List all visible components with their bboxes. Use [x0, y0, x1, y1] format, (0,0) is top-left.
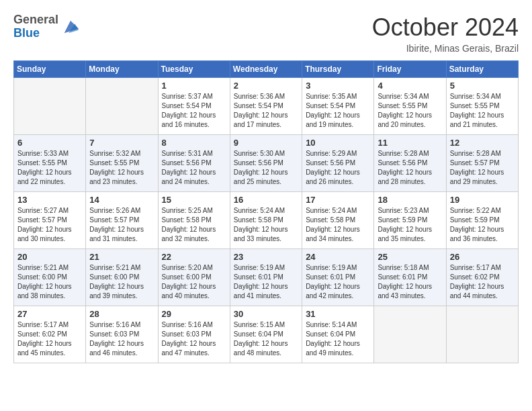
day-info: Sunrise: 5:29 AMSunset: 5:56 PMDaylight:… — [306, 149, 370, 187]
weekday-header: Saturday — [446, 61, 518, 78]
calendar-cell: 19Sunrise: 5:22 AMSunset: 5:59 PMDayligh… — [446, 192, 518, 249]
day-number: 17 — [306, 195, 370, 205]
day-info: Sunrise: 5:17 AMSunset: 6:02 PMDaylight:… — [17, 320, 82, 358]
day-number: 5 — [450, 81, 515, 91]
day-info: Sunrise: 5:31 AMSunset: 5:56 PMDaylight:… — [162, 149, 226, 187]
weekday-header: Monday — [86, 61, 158, 78]
day-info: Sunrise: 5:14 AMSunset: 6:04 PMDaylight:… — [306, 320, 370, 358]
day-number: 11 — [378, 138, 442, 148]
day-number: 8 — [162, 138, 226, 148]
calendar-cell: 14Sunrise: 5:26 AMSunset: 5:57 PMDayligh… — [86, 192, 158, 249]
day-number: 22 — [162, 252, 226, 262]
calendar-cell: 30Sunrise: 5:15 AMSunset: 6:04 PMDayligh… — [230, 306, 302, 363]
calendar-cell — [446, 306, 518, 363]
day-info: Sunrise: 5:22 AMSunset: 5:59 PMDaylight:… — [450, 206, 515, 244]
day-info: Sunrise: 5:37 AMSunset: 5:54 PMDaylight:… — [162, 92, 226, 130]
day-number: 4 — [378, 81, 442, 91]
calendar-cell: 8Sunrise: 5:31 AMSunset: 5:56 PMDaylight… — [158, 135, 230, 192]
logo-text: General Blue — [13, 13, 58, 40]
calendar-cell: 25Sunrise: 5:18 AMSunset: 6:01 PMDayligh… — [374, 249, 446, 306]
day-number: 29 — [162, 309, 226, 319]
day-number: 24 — [306, 252, 370, 262]
title-block: October 2024 Ibirite, Minas Gerais, Braz… — [372, 13, 519, 54]
day-number: 27 — [17, 309, 82, 319]
day-number: 6 — [17, 138, 82, 148]
day-info: Sunrise: 5:25 AMSunset: 5:58 PMDaylight:… — [162, 206, 226, 244]
weekday-header: Tuesday — [158, 61, 230, 78]
calendar-cell: 20Sunrise: 5:21 AMSunset: 6:00 PMDayligh… — [14, 249, 86, 306]
day-info: Sunrise: 5:28 AMSunset: 5:56 PMDaylight:… — [378, 149, 442, 187]
calendar-table: SundayMondayTuesdayWednesdayThursdayFrid… — [13, 60, 519, 363]
day-number: 23 — [234, 252, 298, 262]
month-title: October 2024 — [372, 13, 519, 42]
calendar-cell: 31Sunrise: 5:14 AMSunset: 6:04 PMDayligh… — [302, 306, 374, 363]
calendar-cell: 15Sunrise: 5:25 AMSunset: 5:58 PMDayligh… — [158, 192, 230, 249]
calendar-cell: 18Sunrise: 5:23 AMSunset: 5:59 PMDayligh… — [374, 192, 446, 249]
day-info: Sunrise: 5:24 AMSunset: 5:58 PMDaylight:… — [234, 206, 298, 244]
calendar-week-row: 27Sunrise: 5:17 AMSunset: 6:02 PMDayligh… — [14, 306, 519, 363]
calendar-cell: 13Sunrise: 5:27 AMSunset: 5:57 PMDayligh… — [14, 192, 86, 249]
day-number: 21 — [89, 252, 154, 262]
weekday-header-row: SundayMondayTuesdayWednesdayThursdayFrid… — [14, 61, 519, 78]
day-info: Sunrise: 5:23 AMSunset: 5:59 PMDaylight:… — [378, 206, 442, 244]
day-info: Sunrise: 5:36 AMSunset: 5:54 PMDaylight:… — [234, 92, 298, 130]
day-info: Sunrise: 5:26 AMSunset: 5:57 PMDaylight:… — [89, 206, 154, 244]
calendar-cell: 21Sunrise: 5:21 AMSunset: 6:00 PMDayligh… — [86, 249, 158, 306]
day-number: 9 — [234, 138, 298, 148]
calendar-cell: 26Sunrise: 5:17 AMSunset: 6:02 PMDayligh… — [446, 249, 518, 306]
day-info: Sunrise: 5:33 AMSunset: 5:55 PMDaylight:… — [17, 149, 82, 187]
calendar-cell: 29Sunrise: 5:16 AMSunset: 6:03 PMDayligh… — [158, 306, 230, 363]
calendar-cell — [374, 306, 446, 363]
calendar-cell: 16Sunrise: 5:24 AMSunset: 5:58 PMDayligh… — [230, 192, 302, 249]
day-number: 1 — [162, 81, 226, 91]
day-info: Sunrise: 5:16 AMSunset: 6:03 PMDaylight:… — [162, 320, 226, 358]
weekday-header: Wednesday — [230, 61, 302, 78]
day-info: Sunrise: 5:34 AMSunset: 5:55 PMDaylight:… — [450, 92, 515, 130]
day-number: 2 — [234, 81, 298, 91]
calendar-week-row: 1Sunrise: 5:37 AMSunset: 5:54 PMDaylight… — [14, 78, 519, 135]
calendar-cell: 17Sunrise: 5:24 AMSunset: 5:58 PMDayligh… — [302, 192, 374, 249]
day-info: Sunrise: 5:21 AMSunset: 6:00 PMDaylight:… — [17, 263, 82, 301]
day-info: Sunrise: 5:20 AMSunset: 6:00 PMDaylight:… — [162, 263, 226, 301]
calendar-cell: 4Sunrise: 5:34 AMSunset: 5:55 PMDaylight… — [374, 78, 446, 135]
day-number: 14 — [89, 195, 154, 205]
day-info: Sunrise: 5:21 AMSunset: 6:00 PMDaylight:… — [89, 263, 154, 301]
day-info: Sunrise: 5:27 AMSunset: 5:57 PMDaylight:… — [17, 206, 82, 244]
day-number: 20 — [17, 252, 82, 262]
calendar-cell: 6Sunrise: 5:33 AMSunset: 5:55 PMDaylight… — [14, 135, 86, 192]
day-number: 12 — [450, 138, 515, 148]
day-info: Sunrise: 5:18 AMSunset: 6:01 PMDaylight:… — [378, 263, 442, 301]
day-info: Sunrise: 5:34 AMSunset: 5:55 PMDaylight:… — [378, 92, 442, 130]
calendar-cell: 2Sunrise: 5:36 AMSunset: 5:54 PMDaylight… — [230, 78, 302, 135]
day-number: 26 — [450, 252, 515, 262]
day-number: 16 — [234, 195, 298, 205]
day-info: Sunrise: 5:30 AMSunset: 5:56 PMDaylight:… — [234, 149, 298, 187]
calendar-cell: 22Sunrise: 5:20 AMSunset: 6:00 PMDayligh… — [158, 249, 230, 306]
weekday-header: Friday — [374, 61, 446, 78]
calendar-cell — [86, 78, 158, 135]
calendar-cell: 1Sunrise: 5:37 AMSunset: 5:54 PMDaylight… — [158, 78, 230, 135]
location: Ibirite, Minas Gerais, Brazil — [372, 43, 519, 54]
day-info: Sunrise: 5:19 AMSunset: 6:01 PMDaylight:… — [234, 263, 298, 301]
day-number: 19 — [450, 195, 515, 205]
calendar-week-row: 20Sunrise: 5:21 AMSunset: 6:00 PMDayligh… — [14, 249, 519, 306]
calendar-cell: 9Sunrise: 5:30 AMSunset: 5:56 PMDaylight… — [230, 135, 302, 192]
calendar-cell: 11Sunrise: 5:28 AMSunset: 5:56 PMDayligh… — [374, 135, 446, 192]
day-info: Sunrise: 5:24 AMSunset: 5:58 PMDaylight:… — [306, 206, 370, 244]
day-info: Sunrise: 5:15 AMSunset: 6:04 PMDaylight:… — [234, 320, 298, 358]
day-number: 28 — [89, 309, 154, 319]
day-info: Sunrise: 5:32 AMSunset: 5:55 PMDaylight:… — [89, 149, 154, 187]
page-header: General Blue October 2024 Ibirite, Minas… — [13, 13, 519, 54]
day-info: Sunrise: 5:19 AMSunset: 6:01 PMDaylight:… — [306, 263, 370, 301]
logo-icon — [61, 17, 80, 36]
calendar-cell: 24Sunrise: 5:19 AMSunset: 6:01 PMDayligh… — [302, 249, 374, 306]
day-info: Sunrise: 5:35 AMSunset: 5:54 PMDaylight:… — [306, 92, 370, 130]
day-number: 31 — [306, 309, 370, 319]
logo-blue: Blue — [13, 27, 58, 40]
day-number: 15 — [162, 195, 226, 205]
calendar-cell: 5Sunrise: 5:34 AMSunset: 5:55 PMDaylight… — [446, 78, 518, 135]
day-info: Sunrise: 5:28 AMSunset: 5:57 PMDaylight:… — [450, 149, 515, 187]
logo-general: General — [13, 13, 58, 27]
calendar-cell: 27Sunrise: 5:17 AMSunset: 6:02 PMDayligh… — [14, 306, 86, 363]
day-number: 7 — [89, 138, 154, 148]
